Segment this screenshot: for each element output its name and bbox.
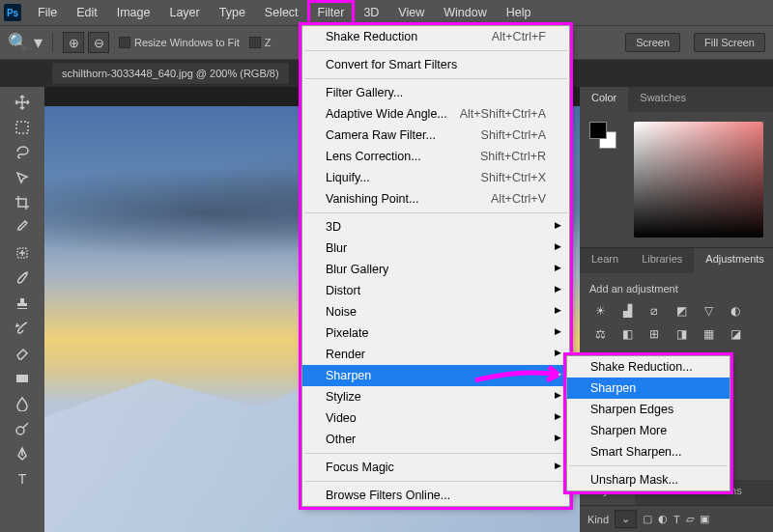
resize-windows-checkbox[interactable]: Resize Windows to Fit xyxy=(119,37,240,48)
filter-menu-item[interactable]: Distort▶ xyxy=(302,280,569,301)
sharpen-submenu: Shake Reduction...SharpenSharpen EdgesSh… xyxy=(566,355,730,491)
divider xyxy=(52,33,53,52)
color-picker[interactable] xyxy=(634,122,763,238)
filter-menu-item[interactable]: Shake ReductionAlt+Ctrl+F xyxy=(302,26,569,47)
menu-file[interactable]: File xyxy=(29,2,66,23)
kind-label: Kind xyxy=(587,514,609,525)
filter-menu-item[interactable]: Filter Gallery... xyxy=(302,82,569,103)
sharpen-menu-item[interactable]: Shake Reduction... xyxy=(567,356,730,378)
pen-tool-icon[interactable] xyxy=(11,442,34,465)
sharpen-menu-item[interactable]: Sharpen Edges xyxy=(567,399,730,420)
tab-libraries[interactable]: Libraries xyxy=(630,248,694,273)
filter-menu-item[interactable]: Video▶ xyxy=(302,407,569,429)
history-brush-tool-icon[interactable] xyxy=(11,317,34,340)
filter-adj-icon[interactable]: ◐ xyxy=(658,513,668,525)
hue-icon[interactable]: ◐ xyxy=(725,302,746,320)
filter-smart-icon[interactable]: ▣ xyxy=(700,513,709,525)
svg-rect-2 xyxy=(16,375,28,382)
crop-tool-icon[interactable] xyxy=(11,191,34,214)
tab-adjustments[interactable]: Adjustments xyxy=(694,248,773,273)
move-tool-icon[interactable] xyxy=(11,91,34,114)
filter-menu-item[interactable]: Browse Filters Online... xyxy=(302,485,569,506)
filter-menu-item[interactable]: Adaptive Wide Angle...Alt+Shift+Ctrl+A xyxy=(302,103,569,125)
zoom-out-icon[interactable]: ⊖ xyxy=(88,32,109,53)
app-icon: Ps xyxy=(4,4,21,21)
filter-menu-item[interactable]: Camera Raw Filter...Shift+Ctrl+A xyxy=(302,125,569,146)
filter-menu-item[interactable]: Render▶ xyxy=(302,344,569,365)
menu-layer[interactable]: Layer xyxy=(160,2,208,23)
eyedropper-tool-icon[interactable] xyxy=(11,216,34,239)
sharpen-menu-item[interactable]: Sharpen More xyxy=(567,420,730,441)
bw-icon[interactable]: ◧ xyxy=(616,325,638,343)
tab-swatches[interactable]: Swatches xyxy=(628,87,698,112)
colorbalance-icon[interactable]: ⚖ xyxy=(589,325,611,343)
filter-menu-item[interactable]: Vanishing Point...Alt+Ctrl+V xyxy=(302,188,569,210)
menu-filter[interactable]: Filter xyxy=(309,2,354,23)
mid-panel-tabs: Learn Libraries Adjustments xyxy=(580,248,773,273)
kind-select[interactable]: ⌄ xyxy=(615,510,637,528)
lasso-tool-icon[interactable] xyxy=(11,141,34,164)
fg-bg-swatches[interactable] xyxy=(589,122,618,151)
document-tab[interactable]: schilthorn-3033448_640.jpg @ 200% (RGB/8… xyxy=(52,63,289,84)
filter-menu-item[interactable]: Focus Magic▶ xyxy=(302,457,569,478)
menu-window[interactable]: Window xyxy=(435,2,495,23)
levels-icon[interactable]: ▟ xyxy=(616,302,638,320)
fill-screen-button[interactable]: Fill Screen xyxy=(694,33,765,52)
menu-image[interactable]: Image xyxy=(108,2,159,23)
gradient-tool-icon[interactable] xyxy=(11,367,34,390)
blur-tool-icon[interactable] xyxy=(11,392,34,415)
menu-select[interactable]: Select xyxy=(256,2,307,23)
filter-menu-item[interactable]: Pixelate▶ xyxy=(302,322,569,344)
layers-filter-bar: Kind ⌄ ▢ ◐ T ▱ ▣ xyxy=(580,505,773,532)
photofilter-icon[interactable]: ⊞ xyxy=(644,325,665,343)
filter-menu-item[interactable]: Blur▶ xyxy=(302,238,569,259)
brightness-icon[interactable]: ☀ xyxy=(589,302,611,320)
fit-screen-button[interactable]: Screen xyxy=(625,33,680,52)
menu-edit[interactable]: Edit xyxy=(68,2,106,23)
filter-type-icon[interactable]: T xyxy=(673,514,680,525)
quick-select-tool-icon[interactable] xyxy=(11,166,34,189)
filter-menu-item[interactable]: Other▶ xyxy=(302,429,569,450)
zoom-all-checkbox[interactable]: Z xyxy=(249,37,272,48)
type-tool-icon[interactable]: T xyxy=(11,467,34,490)
filter-shape-icon[interactable]: ▱ xyxy=(686,513,694,525)
filter-menu-item[interactable]: Blur Gallery▶ xyxy=(302,259,569,280)
foreground-color[interactable] xyxy=(589,122,607,139)
invert-icon[interactable]: ◪ xyxy=(725,325,746,343)
brush-tool-icon[interactable] xyxy=(11,266,34,290)
color-panel xyxy=(580,112,773,247)
sharpen-menu-item[interactable]: Smart Sharpen... xyxy=(567,441,730,462)
add-adjustment-label: Add an adjustment xyxy=(589,283,763,294)
tab-color[interactable]: Color xyxy=(580,87,628,112)
zoom-in-icon[interactable]: ⊕ xyxy=(63,32,84,53)
curves-icon[interactable]: ⧄ xyxy=(644,302,665,320)
vibrance-icon[interactable]: ▽ xyxy=(698,302,719,320)
filter-menu-item[interactable]: Stylize▶ xyxy=(302,386,569,407)
channelmixer-icon[interactable]: ◨ xyxy=(671,325,692,343)
exposure-icon[interactable]: ◩ xyxy=(671,302,692,320)
menu-type[interactable]: Type xyxy=(211,2,254,23)
filter-menu-item[interactable]: 3D▶ xyxy=(302,216,569,238)
filter-menu-item[interactable]: Noise▶ xyxy=(302,301,569,322)
filter-menu-item[interactable]: Liquify...Shift+Ctrl+X xyxy=(302,167,569,188)
menu-3d[interactable]: 3D xyxy=(355,2,387,23)
menu-view[interactable]: View xyxy=(389,2,433,23)
annotation-arrow xyxy=(473,365,570,388)
dodge-tool-icon[interactable] xyxy=(11,417,34,440)
marquee-tool-icon[interactable] xyxy=(11,116,34,139)
menu-help[interactable]: Help xyxy=(498,2,540,23)
zoom-tool-icon[interactable]: 🔍 ▾ xyxy=(8,32,43,53)
healing-brush-tool-icon[interactable] xyxy=(11,241,34,265)
colorlookup-icon[interactable]: ▦ xyxy=(698,325,719,343)
filter-menu-item[interactable]: Convert for Smart Filters xyxy=(302,54,569,75)
eraser-tool-icon[interactable] xyxy=(11,342,34,365)
filter-pixel-icon[interactable]: ▢ xyxy=(643,513,652,525)
tool-palette: T xyxy=(0,87,44,532)
menubar: Ps File Edit Image Layer Type Select Fil… xyxy=(0,0,773,25)
filter-menu-item[interactable]: Lens Correction...Shift+Ctrl+R xyxy=(302,146,569,167)
sharpen-menu-item[interactable]: Sharpen xyxy=(567,378,730,399)
tab-learn[interactable]: Learn xyxy=(580,248,630,273)
svg-point-3 xyxy=(16,427,24,434)
stamp-tool-icon[interactable] xyxy=(11,292,34,315)
sharpen-menu-item[interactable]: Unsharp Mask... xyxy=(567,469,730,490)
